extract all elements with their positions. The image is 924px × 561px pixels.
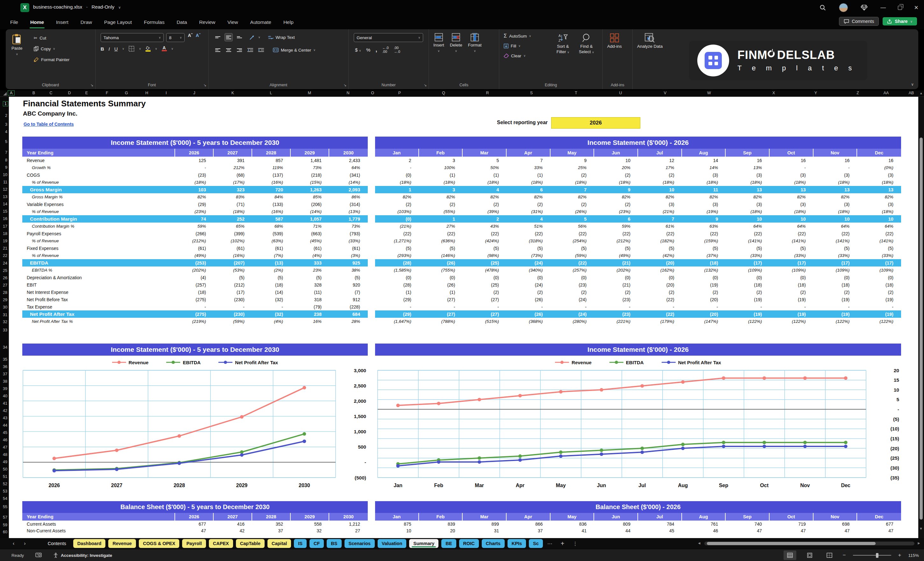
cell[interactable]: 85% [291, 195, 329, 199]
number-dialog-launcher[interactable]: ↘ [424, 83, 427, 87]
cell[interactable]: 328 [291, 282, 329, 288]
sheet-tab-captable[interactable]: CapTable [236, 539, 265, 548]
cell[interactable]: (122%) [726, 319, 770, 324]
vertical-scrollbar[interactable]: ▼ [918, 97, 924, 538]
cell[interactable]: (0) [419, 275, 463, 280]
cell[interactable]: (636%) [419, 238, 463, 243]
cell[interactable]: (0) [507, 275, 550, 280]
align-middle-icon[interactable] [225, 33, 233, 41]
cell[interactable]: (18%) [726, 180, 770, 184]
row-header-18[interactable]: 18 [3, 231, 8, 236]
sheet-tab-is[interactable]: IS [294, 539, 307, 548]
orientation-icon[interactable] [249, 34, 256, 40]
cell[interactable]: 1,263 [291, 187, 329, 192]
underline-button[interactable]: U [114, 46, 118, 52]
row-header-30[interactable]: 30 [3, 305, 8, 309]
cell[interactable]: (14%) [329, 180, 368, 184]
row-header-14[interactable]: 14 [3, 202, 8, 206]
row-header-4[interactable]: 4 [5, 130, 8, 134]
align-bottom-icon[interactable] [235, 33, 244, 41]
cell[interactable]: (2) [638, 172, 682, 178]
cell[interactable]: (5) [214, 275, 252, 280]
cell[interactable]: (18%) [770, 209, 813, 214]
zoom-in-button[interactable]: + [898, 552, 902, 558]
row-header-49[interactable]: 49 [3, 460, 8, 464]
cell[interactable]: (22) [594, 231, 638, 236]
add-ins-button[interactable]: Add-ins [607, 33, 622, 50]
cell[interactable]: (1) [463, 172, 507, 178]
cell[interactable]: (17) [726, 261, 770, 266]
cell[interactable]: 6 [507, 187, 550, 192]
cell[interactable]: (254%) [550, 238, 594, 243]
insert-cells-button[interactable]: Insert∨ [434, 33, 444, 53]
cell[interactable]: (0) [682, 275, 726, 280]
cell[interactable]: (22) [419, 231, 463, 236]
cell[interactable]: (109%) [857, 268, 901, 273]
cell[interactable]: (5) [726, 246, 770, 251]
cell[interactable]: (275) [175, 297, 214, 302]
cell[interactable]: (49%) [594, 253, 638, 258]
italic-button[interactable]: I [109, 46, 110, 52]
align-top-icon[interactable] [214, 33, 222, 41]
row-header-25[interactable]: 25 [3, 268, 8, 273]
align-center-icon[interactable] [225, 46, 233, 54]
cell[interactable]: (5) [419, 246, 463, 251]
row-header-12[interactable]: 12 [3, 187, 8, 192]
cell[interactable]: (22) [375, 231, 419, 236]
sheet-tab-scenarios[interactable]: Scenarios [345, 539, 375, 548]
cell[interactable]: 82% [813, 195, 858, 199]
cell[interactable]: (61) [175, 246, 214, 251]
cell[interactable]: (2) [770, 290, 813, 295]
cell[interactable]: (5) [507, 246, 550, 251]
cell[interactable]: 59% [594, 224, 638, 229]
cell[interactable]: (3) [770, 172, 813, 178]
cell[interactable]: 5 [463, 158, 507, 163]
cell[interactable]: (515%) [463, 319, 507, 324]
cell[interactable]: - [507, 304, 550, 309]
cell[interactable]: (2%) [252, 268, 291, 273]
cell[interactable]: 238 [291, 312, 329, 317]
cell[interactable]: (2) [726, 290, 770, 295]
cell[interactable]: 38% [329, 268, 368, 273]
cell[interactable]: (14%) [291, 209, 329, 214]
cell[interactable]: (19) [682, 282, 726, 288]
cell[interactable]: (122%) [857, 319, 901, 324]
cell[interactable]: (280%) [550, 319, 594, 324]
cell[interactable]: 37 [507, 528, 550, 533]
sheet-tab-summary[interactable]: Summary [409, 539, 438, 548]
cell[interactable]: - [682, 304, 726, 309]
column-header-P[interactable]: P [398, 91, 401, 95]
cell[interactable]: (399) [214, 231, 252, 236]
cell[interactable]: (18) [175, 290, 214, 295]
column-header-K[interactable]: K [231, 91, 234, 95]
decrease-font-icon[interactable]: Aˇ [196, 34, 201, 37]
percent-format-button[interactable]: % [366, 47, 370, 52]
menu-tab-draw[interactable]: Draw [80, 18, 93, 26]
cell[interactable]: (3) [813, 172, 858, 178]
comma-format-button[interactable]: , [375, 46, 377, 53]
cell[interactable]: 33% [507, 165, 550, 170]
cell[interactable]: 1,481 [291, 158, 329, 163]
cell[interactable]: (33%) [770, 253, 813, 258]
cell[interactable]: (1) [419, 290, 463, 295]
cell[interactable]: (132%) [682, 268, 726, 273]
cell[interactable]: 7 [550, 187, 594, 192]
cell[interactable]: 82% [550, 195, 594, 199]
cell[interactable]: (73%) [507, 253, 550, 258]
cell[interactable]: - [375, 304, 419, 309]
cell[interactable]: (102%) [214, 238, 252, 243]
cell[interactable]: (2) [507, 290, 550, 295]
menu-tab-home[interactable]: Home [30, 18, 45, 26]
cell[interactable]: 1,212 [329, 522, 368, 526]
cell[interactable]: (21) [594, 261, 638, 266]
cell[interactable]: (5) [329, 275, 368, 280]
cell[interactable]: (23%) [175, 209, 214, 214]
cell[interactable]: (61) [214, 246, 252, 251]
menu-tab-data[interactable]: Data [176, 18, 188, 26]
column-header-AB[interactable]: AB [909, 91, 914, 95]
cell[interactable]: (18%) [638, 180, 682, 184]
sheet-tab-cogs-opex[interactable]: COGS & OPEX [139, 539, 180, 548]
cell[interactable]: (5) [291, 275, 329, 280]
cell[interactable]: 836 [550, 522, 594, 526]
zoom-slider[interactable] [853, 555, 891, 556]
